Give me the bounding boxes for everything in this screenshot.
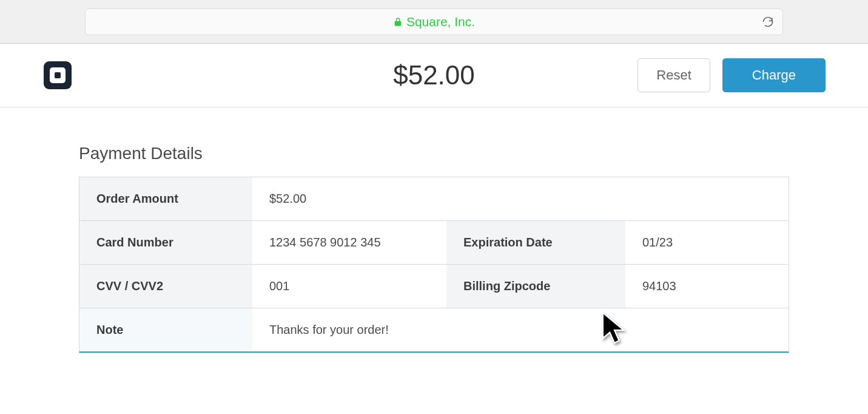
order-amount-value: $52.00 — [252, 177, 789, 220]
browser-address-bar-container: Square, Inc. — [0, 0, 868, 44]
payment-details-table: Order Amount $52.00 Card Number 1234 567… — [79, 177, 789, 353]
billing-zipcode-label: Billing Zipcode — [446, 265, 625, 308]
row-order-amount: Order Amount $52.00 — [79, 177, 789, 221]
expiration-date-value: 01/23 — [625, 221, 789, 264]
order-amount-label: Order Amount — [79, 177, 252, 220]
note-label: Note — [79, 308, 252, 351]
note-value[interactable]: Thanks for your order! — [252, 308, 789, 351]
site-name: Square, Inc. — [406, 15, 475, 29]
row-note: Note Thanks for your order! — [79, 308, 789, 351]
row-cvv-zip: CVV / CVV2 001 Billing Zipcode 94103 — [79, 265, 789, 308]
svg-rect-2 — [55, 72, 61, 78]
row-card-expiration: Card Number 1234 5678 9012 345 Expiratio… — [79, 221, 789, 265]
address-bar[interactable]: Square, Inc. — [85, 8, 783, 35]
section-title: Payment Details — [79, 144, 789, 163]
cvv-value: 001 — [252, 265, 446, 308]
header-buttons: Reset Charge — [638, 58, 826, 92]
card-number-value: 1234 5678 9012 345 — [252, 221, 446, 264]
card-number-label: Card Number — [79, 221, 252, 264]
lock-icon — [393, 17, 403, 27]
expiration-date-label: Expiration Date — [446, 221, 625, 264]
square-logo-icon — [42, 60, 73, 90]
address-bar-content: Square, Inc. — [393, 15, 475, 29]
reset-button[interactable]: Reset — [638, 58, 710, 92]
app-header: $52.00 Reset Charge — [0, 44, 868, 107]
refresh-icon[interactable] — [762, 16, 774, 28]
charge-button[interactable]: Charge — [722, 58, 826, 92]
cvv-label: CVV / CVV2 — [79, 265, 252, 308]
total-amount: $52.00 — [393, 60, 475, 90]
billing-zipcode-value: 94103 — [625, 265, 789, 308]
content: Payment Details Order Amount $52.00 Card… — [0, 107, 868, 353]
